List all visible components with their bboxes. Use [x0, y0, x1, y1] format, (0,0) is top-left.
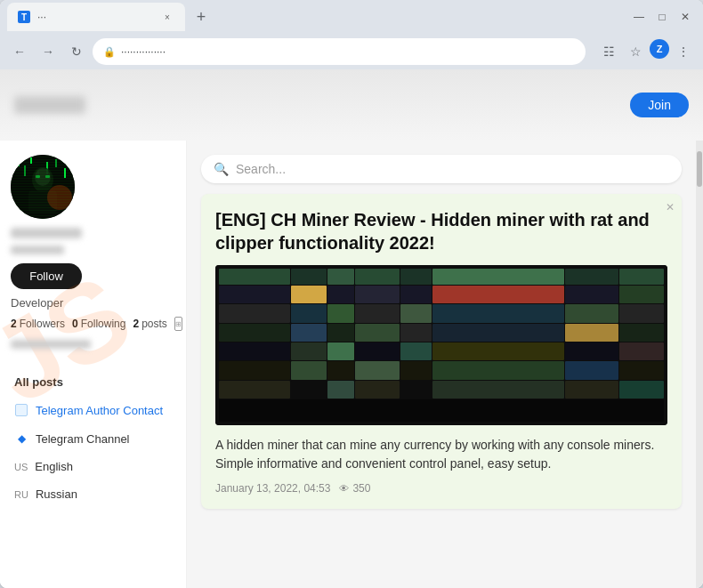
- main-content: 🔍 Search... ✕ [ENG] CH Miner Review - Hi…: [187, 141, 696, 588]
- lang-us-prefix: us: [14, 462, 28, 472]
- menu-button[interactable]: ⋮: [671, 39, 696, 64]
- back-button[interactable]: ←: [7, 39, 32, 64]
- scrollbar[interactable]: [696, 141, 703, 588]
- title-bar: T ··· × + — □ ✕: [0, 0, 703, 34]
- following-stat: 0 Following: [72, 318, 125, 330]
- post-card: ✕ [ENG] CH Miner Review - Hidden miner w…: [201, 194, 682, 509]
- site-logo: [14, 96, 85, 114]
- telegram-icon: [14, 403, 28, 417]
- posts-count: 2: [133, 318, 139, 330]
- stats-row: 2 Followers 0 Following 2 posts ⊞: [11, 317, 175, 331]
- new-tab-button[interactable]: +: [189, 4, 214, 29]
- follow-button[interactable]: Follow: [11, 263, 82, 289]
- referral-blur: [11, 340, 91, 349]
- post-meta: January 13, 2022, 04:53 👁 350: [215, 482, 667, 495]
- scroll-thumb[interactable]: [697, 151, 702, 187]
- username-subtitle-blur: [11, 246, 64, 254]
- search-bar[interactable]: 🔍 Search...: [201, 155, 682, 183]
- sidebar-item-all-posts[interactable]: All posts: [11, 370, 175, 394]
- eye-icon: 👁: [339, 483, 349, 494]
- all-posts-label: All posts: [14, 375, 63, 389]
- main-layout: JS: [0, 141, 703, 588]
- post-date: January 13, 2022, 04:53: [215, 482, 330, 495]
- tab-bar: T ··· × +: [7, 3, 625, 31]
- search-icon: 🔍: [214, 162, 229, 176]
- minimize-button[interactable]: —: [628, 6, 650, 28]
- window-controls: — □ ✕: [628, 6, 696, 28]
- active-tab[interactable]: T ··· ×: [7, 3, 185, 31]
- lang-ru-prefix: ru: [14, 489, 28, 500]
- profile-section: Follow Developer 2 Followers 0 Following: [0, 141, 186, 363]
- post-title: [ENG] CH Miner Review - Hidden miner wit…: [215, 208, 667, 254]
- developer-label: Developer: [11, 296, 175, 310]
- views-count: 350: [352, 482, 370, 495]
- maximize-button[interactable]: □: [651, 6, 673, 28]
- diamond-icon: ◆: [14, 431, 28, 446]
- terminal-screenshot: [215, 265, 667, 425]
- bookmark-button[interactable]: ☆: [623, 39, 648, 64]
- post-views: 👁 350: [339, 482, 370, 495]
- following-label: Following: [81, 318, 126, 330]
- address-bar: ← → ↻ 🔒 ··············· ☷ ☆ Z ⋮: [0, 34, 703, 69]
- followers-label: Followers: [20, 318, 65, 330]
- site-header: Join: [0, 69, 703, 141]
- following-count: 0: [72, 318, 78, 330]
- sidebar-item-lang-russian[interactable]: ru Russian: [11, 482, 175, 506]
- url-text: ···············: [121, 45, 166, 58]
- post-image: [215, 265, 667, 425]
- tab-favicon: T: [18, 11, 30, 23]
- lang-english-label: English: [35, 460, 73, 473]
- lang-russian-label: Russian: [36, 487, 77, 501]
- sidebar-item-telegram-author[interactable]: Telegram Author Contact: [11, 398, 175, 423]
- profile-icon[interactable]: Z: [650, 39, 669, 59]
- followers-count: 2: [11, 318, 17, 330]
- tab-close-button[interactable]: ×: [160, 10, 174, 24]
- page-content: Join JS: [0, 69, 703, 588]
- sidebar-nav: All posts Telegram Author Contact ◆ Tele…: [0, 363, 186, 513]
- telegram-channel-label: Telegram Channel: [36, 432, 130, 446]
- translate-button[interactable]: ☷: [596, 39, 621, 64]
- post-close-icon[interactable]: ✕: [666, 201, 675, 213]
- close-button[interactable]: ✕: [675, 6, 696, 28]
- forward-button[interactable]: →: [36, 39, 61, 64]
- username-blur: [11, 228, 82, 238]
- refresh-button[interactable]: ↻: [64, 39, 89, 64]
- address-actions: ☷ ☆ Z ⋮: [596, 39, 696, 64]
- address-input[interactable]: 🔒 ···············: [93, 38, 586, 65]
- avatar: [11, 155, 75, 219]
- sidebar-item-telegram-channel[interactable]: ◆ Telegram Channel: [11, 426, 175, 451]
- posts-grid-icon: ⊞: [174, 317, 182, 331]
- join-button[interactable]: Join: [630, 93, 689, 117]
- lock-icon: 🔒: [103, 46, 116, 58]
- post-description: A hidden miner that can mine any currenc…: [215, 436, 667, 473]
- browser-frame: T ··· × + — □ ✕ ← → ↻ 🔒 ··············· …: [0, 0, 703, 588]
- search-placeholder: Search...: [236, 162, 669, 176]
- posts-label: posts: [141, 318, 167, 330]
- sidebar: JS: [0, 141, 187, 588]
- tab-title: ···: [37, 11, 153, 23]
- sidebar-item-lang-english[interactable]: us English: [11, 455, 175, 479]
- posts-stat: 2 posts: [133, 318, 166, 330]
- telegram-author-label: Telegram Author Contact: [36, 404, 163, 417]
- followers-stat: 2 Followers: [11, 318, 65, 330]
